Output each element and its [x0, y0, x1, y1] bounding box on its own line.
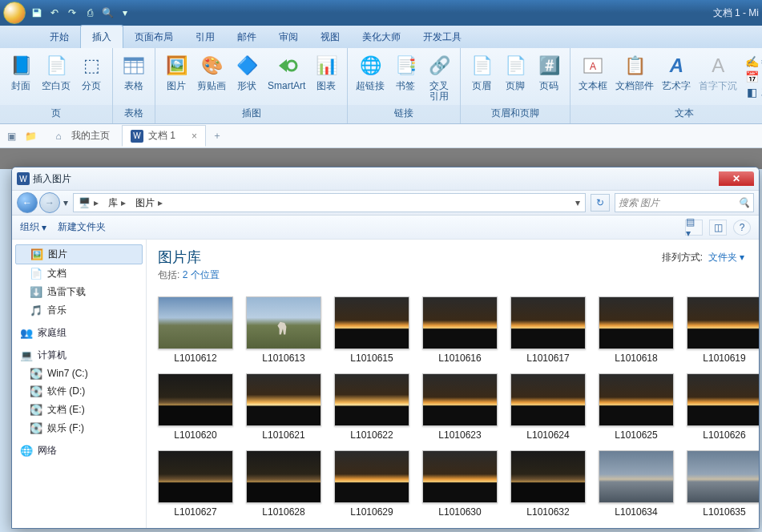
cover-page-button[interactable]: 📘封面 — [5, 51, 37, 93]
breadcrumb-root-icon[interactable]: 🖥️ ▸ — [74, 197, 103, 208]
breadcrumb-seg-library[interactable]: 库 ▸ — [103, 196, 131, 210]
tab-view[interactable]: 视图 — [309, 26, 351, 48]
tree-item-homegroup[interactable]: 👥家庭组 — [15, 320, 143, 342]
blank-page-icon: 📄 — [43, 53, 69, 79]
sort-link[interactable]: 文件夹 ▾ — [708, 252, 744, 263]
organize-button[interactable]: 组织 ▾ — [20, 220, 46, 234]
refresh-button[interactable]: ↻ — [591, 194, 610, 212]
thumbnail-item[interactable]: L1010627 — [158, 450, 233, 518]
tab-references[interactable]: 引用 — [184, 26, 226, 48]
close-tab-icon[interactable]: × — [192, 131, 197, 142]
thumbnail-item[interactable]: L1010634 — [599, 450, 674, 518]
tree-item-music[interactable]: 🎵音乐 — [15, 301, 143, 320]
close-button[interactable]: ✕ — [719, 171, 754, 186]
tree-item-drive-f[interactable]: 💽娱乐 (F:) — [15, 419, 143, 437]
table-button[interactable]: 表格 — [118, 51, 150, 93]
thumbnail-item[interactable]: L1010612 — [158, 296, 233, 364]
explorer-icon[interactable]: ▣ — [3, 128, 19, 144]
tab-insert[interactable]: 插入 — [80, 25, 123, 48]
thumbnail-item[interactable]: L1010615 — [334, 296, 409, 364]
view-mode-button[interactable]: ▤ ▾ — [685, 220, 703, 236]
thumbnail-item[interactable]: L1010630 — [422, 450, 498, 518]
search-icon[interactable]: 🔍 — [101, 6, 114, 19]
undo-icon[interactable]: ↶ — [48, 6, 61, 19]
preview-pane-button[interactable]: ◫ — [709, 220, 727, 236]
history-dropdown-icon[interactable]: ▾ — [63, 197, 68, 208]
tab-review[interactable]: 审阅 — [268, 26, 309, 48]
tree-item-drive-e[interactable]: 💽文档 (E:) — [15, 401, 143, 419]
tab-pagelayout[interactable]: 页面布局 — [123, 26, 184, 48]
new-tab-button[interactable]: ＋ — [209, 128, 225, 144]
textbox-icon: A — [580, 53, 606, 79]
picture-button[interactable]: 🖼️图片 — [160, 51, 192, 93]
thumbnail-item[interactable]: L1010616 — [422, 296, 498, 364]
textbox-button[interactable]: A文本框 — [575, 51, 611, 93]
page-break-button[interactable]: ⬚分页 — [75, 51, 107, 93]
blank-page-button[interactable]: 📄空白页 — [38, 51, 74, 93]
thumbnail-item[interactable]: L1010622 — [334, 373, 409, 441]
thumbnail-item[interactable]: L1010629 — [334, 450, 409, 518]
dialog-titlebar[interactable]: W 插入图片 ✕ — [12, 167, 759, 190]
object-button[interactable]: ◧对象 — [742, 85, 762, 99]
tree-item-docs[interactable]: 📄文档 — [15, 264, 143, 283]
thumbnail-item[interactable]: L1010635 — [687, 450, 759, 518]
ribbon-group-header-footer: 📄页眉 📄页脚 #️⃣页码 页眉和页脚 — [461, 48, 570, 123]
smartart-button[interactable]: SmartArt — [264, 51, 308, 93]
thumbnail-item[interactable]: L1010623 — [422, 373, 498, 441]
wordart-button[interactable]: A艺术字 — [659, 51, 694, 93]
shapes-button[interactable]: 🔷形状 — [231, 51, 263, 93]
locations-link[interactable]: 2 个位置 — [183, 269, 220, 280]
tab-beautify[interactable]: 美化大师 — [351, 26, 412, 48]
footer-button[interactable]: 📄页脚 — [499, 51, 531, 93]
tree-item-network[interactable]: 🌐网络 — [15, 437, 143, 460]
tab-document-1[interactable]: W文档 1× — [122, 125, 206, 147]
thumbnail-item[interactable]: L1010619 — [687, 296, 759, 364]
tab-start[interactable]: 开始 — [38, 26, 80, 48]
clipart-button[interactable]: 🎨剪贴画 — [194, 51, 229, 93]
tree-item-drive-c[interactable]: 💽Win7 (C:) — [15, 365, 143, 382]
redo-icon[interactable]: ↷ — [66, 6, 79, 19]
new-folder-button[interactable]: 新建文件夹 — [58, 220, 106, 234]
print-icon[interactable]: ⎙ — [83, 6, 96, 19]
nav-forward-button[interactable]: → — [39, 192, 60, 213]
office-button[interactable] — [3, 2, 26, 24]
help-button[interactable]: ? — [733, 220, 751, 236]
tree-item-pictures[interactable]: 🖼️图片 — [15, 244, 143, 264]
thumbnail-item[interactable]: L1010625 — [599, 373, 674, 441]
thumbnail-item[interactable]: L1010624 — [510, 373, 586, 441]
header-button[interactable]: 📄页眉 — [466, 51, 498, 93]
tab-dev[interactable]: 开发工具 — [412, 26, 473, 48]
cross-ref-button[interactable]: 🔗交叉 引用 — [423, 51, 455, 103]
bookmark-button[interactable]: 📑书签 — [389, 51, 421, 93]
thumbnail-item[interactable]: L1010626 — [687, 373, 759, 441]
tree-item-computer[interactable]: 💻计算机 — [15, 342, 143, 365]
qat-more-icon[interactable]: ▾ — [119, 6, 131, 19]
thumbnail-item[interactable]: L1010628 — [246, 450, 321, 518]
thumbnail-image — [158, 450, 233, 503]
folder-icon[interactable]: 📁 — [22, 128, 38, 144]
chart-button[interactable]: 📊图表 — [310, 51, 342, 93]
datetime-button[interactable]: 📅日期和 — [742, 70, 762, 84]
tree-item-xunlei[interactable]: ⬇️迅雷下载 — [15, 283, 143, 301]
sort-by: 排列方式: 文件夹 ▾ — [662, 251, 744, 264]
tree-item-drive-d[interactable]: 💽软件 (D:) — [15, 382, 143, 401]
parts-button[interactable]: 📋文档部件 — [612, 51, 657, 93]
signature-line-button[interactable]: ✍签名行 — [742, 54, 762, 69]
hyperlink-button[interactable]: 🌐超链接 — [353, 51, 388, 93]
thumbnail-item[interactable]: L1010621 — [246, 373, 321, 441]
page-number-button[interactable]: #️⃣页码 — [533, 51, 565, 93]
dropcap-button[interactable]: A首字下沉 — [695, 51, 740, 93]
thumbnail-item[interactable]: L1010617 — [510, 296, 586, 364]
search-input[interactable]: 搜索 图片🔍 — [615, 193, 754, 212]
thumbnail-item[interactable]: L1010618 — [599, 296, 674, 364]
save-icon[interactable] — [30, 6, 43, 19]
breadcrumb-seg-pictures[interactable]: 图片 ▸ — [131, 196, 167, 210]
thumbnail-item[interactable]: L1010613 — [246, 296, 321, 364]
thumbnail-item[interactable]: L1010620 — [158, 373, 233, 441]
tab-home[interactable]: ⌂我的主页 — [42, 124, 119, 148]
nav-back-button[interactable]: ← — [17, 192, 38, 213]
breadcrumb-dropdown-icon[interactable]: ▾ — [570, 197, 585, 208]
thumbnail-item[interactable]: L1010632 — [510, 450, 586, 518]
tab-mail[interactable]: 邮件 — [226, 26, 268, 48]
breadcrumb[interactable]: 🖥️ ▸ 库 ▸ 图片 ▸ ▾ — [73, 193, 586, 212]
